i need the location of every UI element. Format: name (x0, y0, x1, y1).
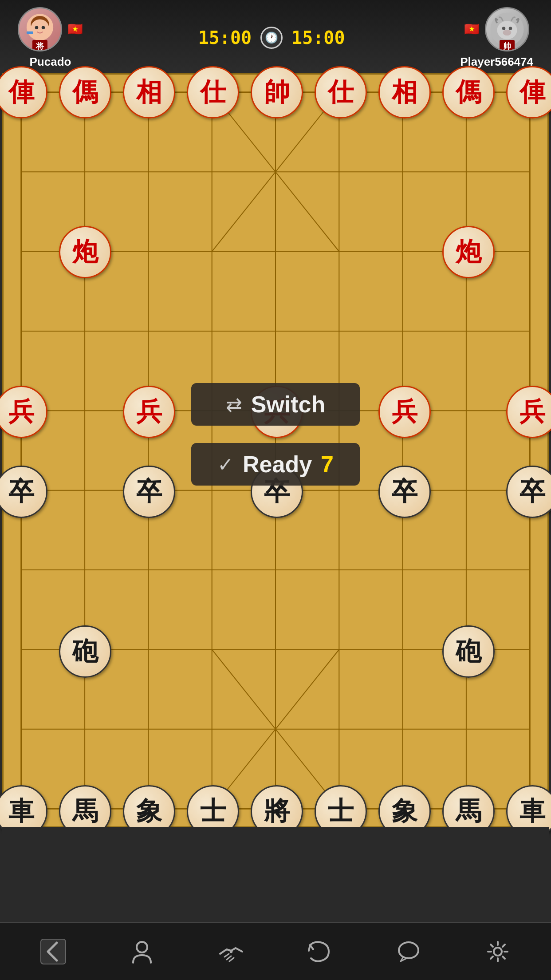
back-button[interactable] (31, 932, 75, 972)
svg-point-3 (35, 26, 39, 29)
piece-red-elephant2[interactable]: 相 (378, 66, 431, 119)
player2-rank: 帅 (500, 40, 515, 51)
piece-red-pawn4[interactable]: 兵 (378, 386, 431, 438)
undo-button[interactable] (298, 932, 342, 972)
piece-red-cannon2[interactable]: 炮 (442, 226, 495, 278)
player2-timer: 15:00 (291, 28, 345, 48)
player1-avatar: 将 (18, 7, 62, 51)
svg-point-9 (509, 27, 512, 30)
piece-black-pawn4[interactable]: 卒 (378, 466, 431, 518)
piece-black-pawn2[interactable]: 卒 (123, 466, 175, 518)
player-button[interactable] (120, 932, 164, 972)
switch-label: Switch (251, 391, 326, 418)
settings-button[interactable] (476, 932, 520, 972)
svg-point-42 (494, 948, 502, 956)
player1-name: Pucado (30, 55, 71, 69)
ready-label: Ready (243, 451, 312, 478)
svg-point-40 (230, 950, 232, 953)
piece-red-horse1[interactable]: 傌 (59, 66, 111, 119)
piece-red-advisor2[interactable]: 仕 (315, 66, 367, 119)
chat-button[interactable] (386, 932, 431, 972)
svg-point-41 (399, 942, 418, 958)
svg-rect-5 (27, 31, 33, 34)
ready-icon: ✓ (217, 453, 234, 476)
toolbar (0, 922, 551, 980)
timer-section: 15:00 🕐 15:00 (198, 27, 345, 49)
player2-section: 🇻🇳 帅 Player566474 (460, 7, 533, 69)
player1-rank: 将 (32, 40, 47, 51)
svg-point-39 (137, 942, 147, 952)
player1-timer: 15:00 (198, 28, 252, 48)
ready-number: 7 (321, 451, 334, 478)
svg-point-10 (503, 29, 512, 35)
piece-red-cannon1[interactable]: 炮 (59, 226, 111, 278)
svg-point-4 (42, 26, 45, 29)
player2-flag: 🇻🇳 (464, 22, 480, 36)
ready-button[interactable]: ✓ Ready 7 (191, 443, 360, 486)
switch-icon: ⇄ (226, 393, 242, 416)
header: 将 🇻🇳 Pucado 15:00 🕐 15:00 🇻🇳 (0, 0, 551, 75)
player1-section: 将 🇻🇳 Pucado (18, 7, 83, 69)
player1-flag: 🇻🇳 (67, 22, 83, 36)
clock-icon: 🕐 (260, 27, 283, 49)
piece-red-horse2[interactable]: 傌 (442, 66, 495, 119)
piece-black-cannon2[interactable]: 砲 (442, 625, 495, 678)
player2-avatar: 帅 (485, 7, 529, 51)
piece-red-elephant1[interactable]: 相 (123, 66, 175, 119)
piece-black-cannon1[interactable]: 砲 (59, 625, 111, 678)
handshake-button[interactable] (209, 932, 253, 972)
svg-rect-38 (41, 939, 66, 964)
switch-button[interactable]: ⇄ Switch (191, 383, 360, 426)
svg-point-2 (31, 19, 49, 37)
chess-board: 俥 傌 相 仕 帥 仕 相 傌 俥 炮 炮 兵 兵 兵 兵 兵 卒 卒 卒 卒 … (2, 73, 549, 828)
piece-red-advisor1[interactable]: 仕 (187, 66, 239, 119)
svg-point-8 (502, 27, 506, 30)
piece-red-pawn2[interactable]: 兵 (123, 386, 175, 438)
piece-red-king[interactable]: 帥 (251, 66, 303, 119)
